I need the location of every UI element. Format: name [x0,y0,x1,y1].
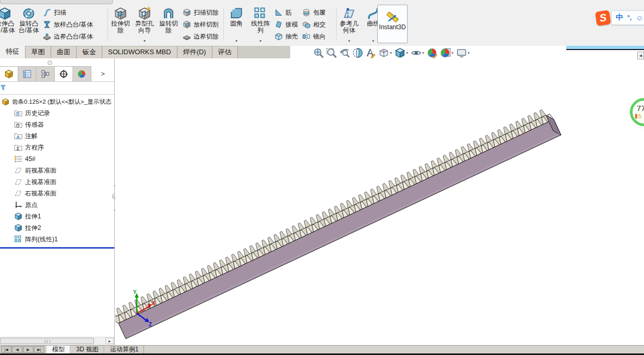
tree-item[interactable]: A注解 [0,130,114,142]
ribbon-button-revolve-cut[interactable]: 旋转切除 [157,4,181,44]
ribbon-button-revolve-boss[interactable]: 旋转凸台/基体 [17,4,41,44]
history-folder-icon [14,109,22,117]
tab-nav-button-2[interactable]: ▶ [23,346,33,353]
dropdown-arrow-icon[interactable]: ▾ [144,39,146,43]
dropdown-arrow-icon[interactable]: ▾ [389,51,392,55]
tree-item[interactable]: 45# [0,153,114,165]
rollback-bar[interactable] [0,247,114,249]
display-style-button[interactable]: ▾ [393,47,410,58]
panel-horizontal-scrollbar[interactable]: ▸ [0,337,114,345]
ribbon-button-lofted-cut[interactable]: 放样切割 [181,19,220,31]
ribbon-button-boundary-cut[interactable]: 边界切除 [181,31,220,43]
study-tab-2[interactable]: 运动算例1 [104,346,145,353]
ime-language-toggle[interactable]: 中 [616,13,623,22]
study-tab-0[interactable]: 模型 [46,346,70,353]
ribbon-button-swept-cut[interactable]: 扫描切除 [181,7,220,19]
tree-item[interactable]: 上视基准面 [0,176,114,188]
previous-view-button[interactable] [338,47,351,58]
tree-item[interactable]: 拉伸2 [0,222,114,234]
ribbon-button-extrude-cut[interactable]: 拉伸切除 [109,4,133,44]
tab-command-1[interactable]: 草图 [26,46,51,58]
ribbon-button-boundary-boss[interactable]: 边界凸台/基体 [41,31,94,43]
ribbon-button-mirror[interactable]: 镜向 [301,31,327,43]
tab-command-3[interactable]: 钣金 [77,46,102,58]
panel-tab-configuration-manager[interactable] [37,66,55,81]
gear-rack-model[interactable]: YXZ [115,58,644,345]
ribbon-button-label: 旋转凸台/基体 [17,20,41,34]
dropdown-arrow-icon[interactable]: ▾ [348,39,350,43]
linear-pattern-icon [254,6,267,20]
tree-root-item[interactable]: 齿条0.125×2 (默认<<默认>_显示状态 [0,96,114,107]
dropdown-arrow-icon[interactable]: ▾ [259,39,261,43]
panel-tab-dimxpert[interactable] [55,66,73,81]
scrollbar-right-arrow[interactable]: ▸ [105,338,114,344]
tab-features[interactable]: 特征 [0,46,26,58]
panel-tabs-more-arrow[interactable]: > [91,66,114,81]
panel-resize-grip[interactable] [47,60,52,65]
tree-item[interactable]: 传感器 [0,119,114,130]
ribbon-button-hole-wizard[interactable]: 异型孔向导▾ [133,4,157,44]
ribbon-button-shell[interactable]: 抽壳 [273,31,300,43]
panel-tab-property-manager[interactable] [18,66,37,81]
dropdown-arrow-icon[interactable]: ▾ [467,51,470,55]
ribbon-button-draft[interactable]: 拔模 [273,19,300,31]
ribbon-button-extrude-boss[interactable]: 拉伸凸台/基体 [0,4,17,44]
tab-command-2[interactable]: 曲面 [51,46,77,58]
panel-tab-display-manager[interactable] [73,66,91,81]
tab-nav-button-1[interactable]: ◀ [12,346,22,353]
panel-tab-feature-manager[interactable] [0,66,18,81]
tab-nav-button-3[interactable]: ▶| [34,346,44,353]
filter-row[interactable] [0,81,114,95]
edit-appearance-icon [427,47,438,58]
tab-command-5[interactable]: 焊件(D) [177,46,212,58]
tree-item[interactable]: 阵列(线性)1 [0,234,114,245]
tab-command-6[interactable]: 评估 [212,46,238,58]
ime-punctuation-toggle[interactable]: °, [627,14,631,21]
revolve-boss-icon [22,6,35,20]
zoom-fit-button[interactable] [312,47,325,58]
plane-icon [14,178,22,186]
ribbon-button-sweep[interactable]: 扫描 [41,7,94,19]
ribbon-button-wrap[interactable]: 包覆 [301,7,327,19]
dropdown-arrow-icon[interactable]: ▾ [406,51,409,55]
view-orientation-button[interactable]: ▾ [377,47,393,58]
tree-item[interactable]: 拉伸1 [0,211,114,222]
dropdown-arrow-icon[interactable]: ▾ [422,51,425,55]
dropdown-arrow-icon[interactable]: ▾ [451,51,454,55]
tree-item[interactable]: 前视基准面 [0,165,114,176]
edit-appearance-button[interactable] [426,47,439,58]
tab-command-4[interactable]: SOLIDWORKS MBD [102,46,177,58]
ribbon-button-reference-geometry[interactable]: 参考几何体▾ [337,4,361,44]
tree-item[interactable]: 历史记录 [0,107,114,119]
dropdown-arrow-icon[interactable]: ▾ [372,39,374,43]
hide-show-items-button[interactable]: ▾ [410,47,426,58]
ime-emoji-button[interactable]: ☺ [636,14,643,22]
sogou-logo-icon[interactable]: S [595,10,611,26]
svg-text:A: A [17,134,20,140]
tree-item[interactable]: 原点 [0,199,114,211]
taskpane-collapsed-strip[interactable] [566,45,644,50]
ribbon-button-instant3d[interactable]: Instant3D [377,5,408,43]
tab-nav-button-0[interactable]: |◀ [1,346,11,353]
ribbon-button-label: 抽壳 [285,32,298,41]
triad-z-label: Z [149,322,152,327]
tree-item[interactable]: Σ方程序 [0,142,114,153]
ribbon-button-loft-boss[interactable]: 放样凸台/基体 [41,19,94,31]
annotation-view-button[interactable] [364,47,377,58]
origin-icon [14,201,22,209]
graphics-viewport[interactable]: YXZ [115,58,644,345]
taskpane-expand-button[interactable]: ◀ [637,52,644,59]
ribbon-button-linear-pattern[interactable]: 线性阵列▾ [248,4,272,44]
study-tab-1[interactable]: 3D 视图 [70,346,104,353]
view-settings-button[interactable]: ▾ [455,47,471,58]
dropdown-arrow-icon[interactable]: ▾ [235,39,237,43]
tree-item[interactable]: 右视基准面 [0,188,114,199]
scrollbar-thumb[interactable] [0,338,94,344]
annotation-view-icon [365,47,376,58]
ribbon-button-rib[interactable]: 筋 [273,7,300,19]
apply-scene-button[interactable]: ▾ [439,47,455,58]
ribbon-button-fillet[interactable]: 圆角▾ [224,4,248,44]
section-view-button[interactable] [351,47,364,58]
ribbon-button-intersect[interactable]: 相交 [301,19,327,31]
zoom-area-button[interactable] [325,47,338,58]
